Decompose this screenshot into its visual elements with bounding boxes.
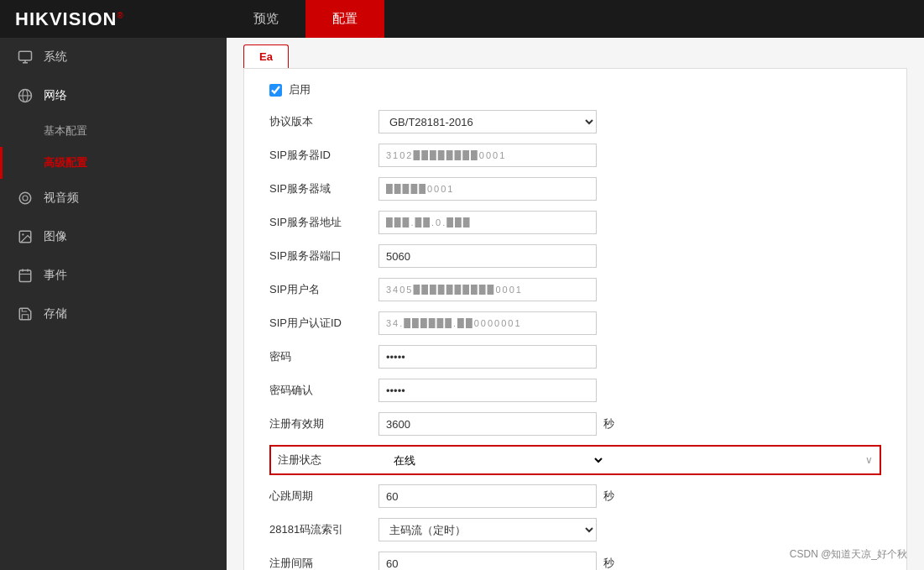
label-sip-username: SIP用户名 bbox=[269, 282, 378, 297]
select-protocol-version[interactable]: GB/T28181-2016 GB/T28181-2011 bbox=[378, 110, 597, 133]
sidebar-label-system: 系统 bbox=[44, 50, 67, 65]
form-row-heartbeat-period: 心跳周期 秒 bbox=[269, 484, 881, 509]
input-reg-validity[interactable] bbox=[378, 412, 597, 436]
svg-rect-0 bbox=[19, 51, 32, 60]
content-tab-ea[interactable]: Ea bbox=[243, 44, 289, 68]
sidebar-label-event: 事件 bbox=[44, 268, 67, 283]
sidebar-item-audio-video[interactable]: 视音频 bbox=[0, 179, 227, 217]
label-reg-status: 注册状态 bbox=[278, 452, 387, 468]
form-row-sip-server-id: SIP服务器ID bbox=[269, 143, 881, 168]
label-sip-server-id: SIP服务器ID bbox=[269, 148, 378, 163]
sidebar-label-image: 图像 bbox=[44, 229, 67, 244]
watermark: CSDN @知道天凉_好个秋 bbox=[790, 547, 907, 562]
input-sip-server-address[interactable] bbox=[378, 211, 597, 234]
enable-row: 启用 bbox=[269, 82, 881, 97]
form-row-password: 密码 bbox=[269, 344, 881, 369]
svg-rect-10 bbox=[19, 270, 31, 282]
logo-area: HIKVISION® bbox=[0, 0, 227, 38]
label-password-confirm: 密码确认 bbox=[269, 383, 378, 398]
sidebar-item-event[interactable]: 事件 bbox=[0, 256, 227, 295]
form-area: 启用 协议版本 GB/T28181-2016 GB/T28181-2011 SI… bbox=[243, 68, 907, 570]
nav-tabs: 预览 配置 bbox=[227, 0, 924, 38]
svg-point-9 bbox=[22, 233, 23, 235]
monitor-icon bbox=[17, 49, 34, 65]
app-header: HIKVISION® 预览 配置 bbox=[0, 0, 924, 38]
unit-reg-validity: 秒 bbox=[603, 416, 614, 431]
select-reg-status[interactable]: 在线 离线 bbox=[387, 452, 605, 469]
input-heartbeat-period[interactable] bbox=[378, 484, 597, 508]
label-reg-validity: 注册有效期 bbox=[269, 416, 378, 431]
svg-point-7 bbox=[23, 196, 28, 201]
sidebar-label-storage: 存储 bbox=[44, 306, 67, 322]
label-protocol-version: 协议版本 bbox=[269, 114, 378, 129]
image-icon bbox=[17, 228, 34, 245]
sidebar-item-network[interactable]: 网络 bbox=[0, 76, 227, 115]
label-sip-server-address: SIP服务器地址 bbox=[269, 215, 378, 230]
input-password-confirm[interactable] bbox=[378, 379, 597, 402]
form-row-sip-user-auth-id: SIP用户认证ID bbox=[269, 311, 881, 336]
sidebar-item-storage[interactable]: 存储 bbox=[0, 295, 227, 333]
tab-preview[interactable]: 预览 bbox=[227, 0, 305, 38]
label-sip-server-domain: SIP服务器域 bbox=[269, 181, 378, 196]
sidebar-item-image[interactable]: 图像 bbox=[0, 217, 227, 256]
input-password[interactable] bbox=[378, 345, 597, 369]
main-content: Ea 启用 协议版本 GB/T28181-2016 GB/T28181-2011… bbox=[227, 38, 924, 570]
content-tabs: Ea bbox=[227, 38, 924, 68]
label-reg-interval: 注册间隔 bbox=[269, 556, 378, 570]
label-heartbeat-period: 心跳周期 bbox=[269, 489, 378, 504]
svg-point-6 bbox=[19, 192, 31, 204]
logo-reg: ® bbox=[117, 10, 123, 19]
form-row-protocol-version: 协议版本 GB/T28181-2016 GB/T28181-2011 bbox=[269, 109, 881, 134]
sidebar-subitem-basic-config[interactable]: 基本配置 bbox=[0, 115, 227, 147]
enable-label: 启用 bbox=[289, 82, 311, 97]
input-sip-server-id[interactable] bbox=[378, 144, 597, 167]
main-layout: 系统 网络 基本配置 高级配置 视音频 图像 bbox=[0, 38, 924, 570]
sidebar-label-network: 网络 bbox=[44, 88, 67, 103]
form-row-stream-index: 28181码流索引 主码流（定时） 子码流（定时） 主码流（事件） bbox=[269, 517, 881, 542]
sidebar: 系统 网络 基本配置 高级配置 视音频 图像 bbox=[0, 38, 227, 570]
enable-checkbox[interactable] bbox=[269, 84, 282, 97]
form-row-sip-server-domain: SIP服务器域 bbox=[269, 176, 881, 201]
sidebar-subitem-advanced-config[interactable]: 高级配置 bbox=[0, 147, 227, 179]
label-sip-server-port: SIP服务器端口 bbox=[269, 248, 378, 264]
sidebar-label-audio-video: 视音频 bbox=[44, 191, 79, 206]
sidebar-item-system[interactable]: 系统 bbox=[0, 38, 227, 76]
form-row-sip-server-address: SIP服务器地址 bbox=[269, 210, 881, 235]
input-sip-server-port[interactable] bbox=[378, 244, 597, 268]
form-row-reg-validity: 注册有效期 秒 bbox=[269, 411, 881, 437]
tab-config[interactable]: 配置 bbox=[305, 0, 384, 38]
calendar-icon bbox=[17, 267, 34, 284]
label-password: 密码 bbox=[269, 349, 378, 364]
video-icon bbox=[17, 190, 34, 207]
logo-text: HIKVISION® bbox=[15, 8, 124, 30]
label-stream-index: 28181码流索引 bbox=[269, 522, 378, 537]
globe-icon bbox=[17, 87, 34, 104]
unit-reg-interval: 秒 bbox=[603, 556, 614, 570]
input-sip-user-auth-id[interactable] bbox=[378, 311, 597, 335]
form-row-sip-username: SIP用户名 bbox=[269, 277, 881, 302]
form-row-reg-status: 注册状态 在线 离线 ∨ bbox=[269, 445, 881, 475]
label-sip-user-auth-id: SIP用户认证ID bbox=[269, 316, 378, 331]
form-row-sip-server-port: SIP服务器端口 bbox=[269, 243, 881, 269]
save-icon bbox=[17, 306, 34, 322]
input-reg-interval[interactable] bbox=[378, 552, 597, 570]
input-sip-username[interactable] bbox=[378, 278, 597, 301]
unit-heartbeat-period: 秒 bbox=[603, 489, 614, 504]
form-row-password-confirm: 密码确认 bbox=[269, 378, 881, 403]
select-stream-index[interactable]: 主码流（定时） 子码流（定时） 主码流（事件） bbox=[378, 518, 597, 541]
input-sip-server-domain[interactable] bbox=[378, 177, 597, 201]
